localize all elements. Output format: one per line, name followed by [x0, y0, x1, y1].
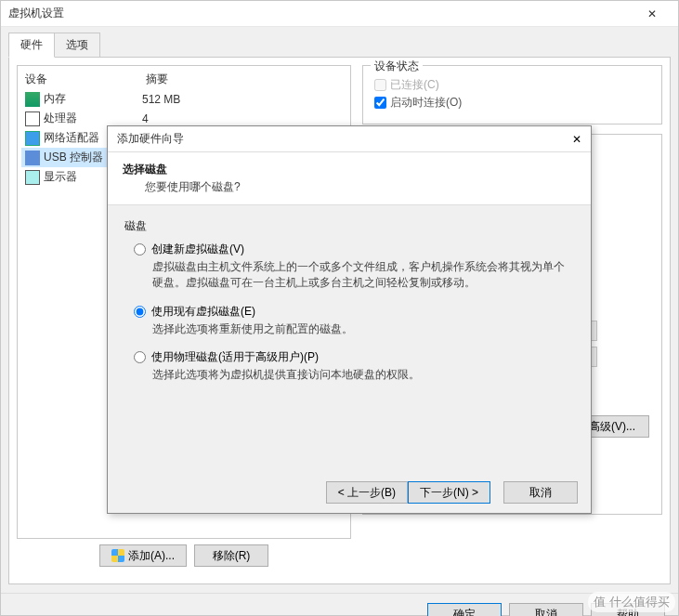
desc-use-physical: 选择此选项将为虚拟机提供直接访问本地硬盘的权限。: [152, 367, 574, 383]
network-icon: [25, 131, 40, 146]
device-header: 设备 摘要: [21, 70, 346, 89]
wizard-close-icon[interactable]: [572, 133, 581, 146]
window-title: 虚拟机设置: [8, 6, 633, 21]
wizard-header: 选择磁盘 您要使用哪个磁盘?: [108, 152, 591, 205]
desc-use-existing: 选择此选项将重新使用之前配置的磁盘。: [152, 321, 574, 337]
remove-button[interactable]: 移除(R): [194, 544, 268, 567]
connected-checkbox[interactable]: 已连接(C): [374, 77, 650, 93]
nav-group: < 上一步(B) 下一步(N) >: [326, 481, 490, 504]
wizard-subheading: 您要使用哪个磁盘?: [123, 177, 576, 195]
radio-use-existing[interactable]: 使用现有虚拟磁盘(E): [134, 304, 574, 320]
col-device: 设备: [25, 72, 146, 87]
group-title: 设备状态: [371, 59, 423, 74]
ok-button[interactable]: 确定: [427, 603, 502, 616]
add-button[interactable]: 添加(A)...: [99, 544, 187, 567]
device-status-group: 设备状态 已连接(C) 启动时连接(O): [362, 65, 662, 125]
next-button[interactable]: 下一步(N) >: [408, 481, 490, 504]
radio-create-new[interactable]: 创建新虚拟磁盘(V): [134, 242, 574, 257]
cancel-button[interactable]: 取消: [509, 603, 583, 616]
device-row-memory[interactable]: 内存512 MB: [21, 89, 346, 109]
section-label: 磁盘: [124, 218, 574, 234]
watermark: 值 什么值得买: [588, 592, 675, 612]
cpu-icon: [25, 111, 40, 126]
wizard-heading: 选择磁盘: [123, 162, 576, 177]
memory-icon: [25, 92, 40, 107]
desc-create-new: 虚拟磁盘由主机文件系统上的一个或多个文件组成，客户机操作系统会将其视为单个硬盘。…: [152, 259, 574, 291]
tabstrip: 硬件 选项: [1, 27, 678, 58]
wizard-body: 磁盘 创建新虚拟磁盘(V) 虚拟磁盘由主机文件系统上的一个或多个文件组成，客户机…: [108, 205, 591, 472]
connect-on-start-checkbox[interactable]: 启动时连接(O): [374, 95, 650, 111]
add-hardware-wizard: 添加硬件向导 选择磁盘 您要使用哪个磁盘? 磁盘 创建新虚拟磁盘(V) 虚拟磁盘…: [107, 125, 592, 514]
display-icon: [25, 170, 40, 185]
shield-icon: [111, 549, 124, 562]
radio-use-physical[interactable]: 使用物理磁盘(适用于高级用户)(P): [134, 349, 574, 365]
wizard-cancel-button[interactable]: 取消: [503, 481, 578, 504]
tab-options[interactable]: 选项: [54, 33, 100, 58]
close-icon[interactable]: [633, 1, 671, 27]
footer: 确定 取消 帮助: [1, 593, 678, 616]
wizard-title: 添加硬件向导: [117, 131, 572, 147]
wizard-footer: < 上一步(B) 下一步(N) > 取消: [108, 472, 591, 513]
device-buttons: 添加(A)... 移除(R): [17, 539, 351, 576]
usb-icon: [25, 151, 40, 165]
wizard-titlebar: 添加硬件向导: [108, 126, 591, 152]
col-summary: 摘要: [146, 72, 343, 87]
back-button[interactable]: < 上一步(B): [326, 481, 408, 504]
titlebar: 虚拟机设置: [1, 1, 678, 27]
tab-hardware[interactable]: 硬件: [8, 33, 55, 58]
